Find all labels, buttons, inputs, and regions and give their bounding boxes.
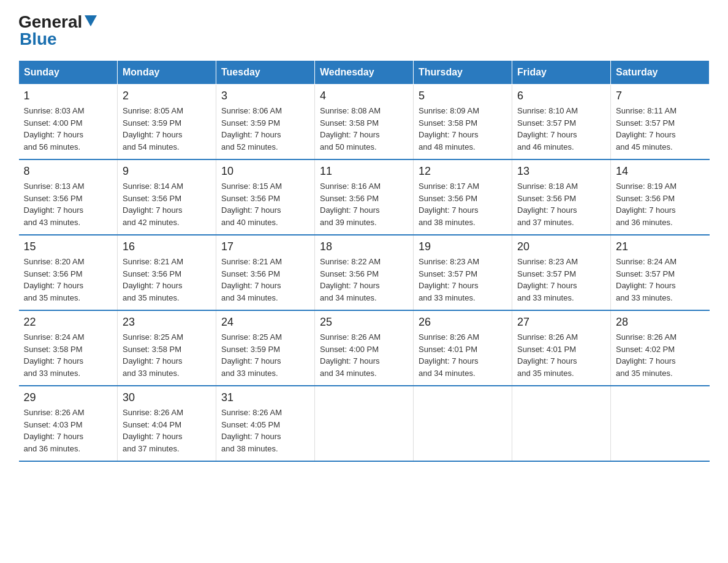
day-info: Sunrise: 8:17 AMSunset: 3:56 PMDaylight:… xyxy=(419,180,507,228)
calendar-cell: 22 Sunrise: 8:24 AMSunset: 3:58 PMDaylig… xyxy=(19,310,118,386)
day-info: Sunrise: 8:11 AMSunset: 3:57 PMDaylight:… xyxy=(616,105,705,153)
calendar-cell xyxy=(414,386,512,461)
day-info: Sunrise: 8:20 AMSunset: 3:56 PMDaylight:… xyxy=(24,256,113,304)
calendar-cell: 6 Sunrise: 8:10 AMSunset: 3:57 PMDayligh… xyxy=(512,85,611,160)
day-info: Sunrise: 8:08 AMSunset: 3:58 PMDaylight:… xyxy=(320,105,408,153)
day-info: Sunrise: 8:21 AMSunset: 3:56 PMDaylight:… xyxy=(221,256,309,304)
day-info: Sunrise: 8:15 AMSunset: 3:56 PMDaylight:… xyxy=(221,180,309,228)
calendar-cell: 15 Sunrise: 8:20 AMSunset: 3:56 PMDaylig… xyxy=(19,235,118,310)
day-info: Sunrise: 8:16 AMSunset: 3:56 PMDaylight:… xyxy=(320,180,408,228)
calendar-cell: 18 Sunrise: 8:22 AMSunset: 3:56 PMDaylig… xyxy=(315,235,414,310)
day-number: 15 xyxy=(24,240,113,253)
day-number: 26 xyxy=(419,316,507,329)
day-info: Sunrise: 8:26 AMSunset: 4:04 PMDaylight:… xyxy=(123,407,211,454)
calendar-week-row: 15 Sunrise: 8:20 AMSunset: 3:56 PMDaylig… xyxy=(19,235,710,310)
calendar-cell: 23 Sunrise: 8:25 AMSunset: 3:58 PMDaylig… xyxy=(118,310,216,386)
header-monday: Monday xyxy=(118,61,216,85)
calendar-cell: 31 Sunrise: 8:26 AMSunset: 4:05 PMDaylig… xyxy=(216,386,315,461)
day-info: Sunrise: 8:10 AMSunset: 3:57 PMDaylight:… xyxy=(517,105,605,153)
header-friday: Friday xyxy=(512,61,611,85)
day-info: Sunrise: 8:05 AMSunset: 3:59 PMDaylight:… xyxy=(123,105,211,153)
day-info: Sunrise: 8:19 AMSunset: 3:56 PMDaylight:… xyxy=(616,180,705,228)
day-number: 13 xyxy=(517,165,605,178)
calendar-cell: 24 Sunrise: 8:25 AMSunset: 3:59 PMDaylig… xyxy=(216,310,315,386)
day-number: 17 xyxy=(221,240,309,253)
calendar-cell xyxy=(611,386,710,461)
day-number: 24 xyxy=(221,316,309,329)
day-number: 28 xyxy=(616,316,705,329)
calendar-cell: 11 Sunrise: 8:16 AMSunset: 3:56 PMDaylig… xyxy=(315,159,414,235)
day-number: 3 xyxy=(221,90,309,102)
day-number: 25 xyxy=(320,316,408,329)
calendar-cell: 27 Sunrise: 8:26 AMSunset: 4:01 PMDaylig… xyxy=(512,310,611,386)
day-info: Sunrise: 8:03 AMSunset: 4:00 PMDaylight:… xyxy=(24,105,113,153)
day-number: 2 xyxy=(123,90,211,102)
calendar-cell xyxy=(315,386,414,461)
day-info: Sunrise: 8:13 AMSunset: 3:56 PMDaylight:… xyxy=(24,180,113,228)
calendar-cell: 30 Sunrise: 8:26 AMSunset: 4:04 PMDaylig… xyxy=(118,386,216,461)
header-tuesday: Tuesday xyxy=(216,61,315,85)
day-info: Sunrise: 8:24 AMSunset: 3:58 PMDaylight:… xyxy=(24,331,113,379)
header-sunday: Sunday xyxy=(19,61,118,85)
logo-arrow-icon xyxy=(85,15,97,26)
day-info: Sunrise: 8:26 AMSunset: 4:01 PMDaylight:… xyxy=(517,331,605,379)
day-number: 30 xyxy=(123,391,211,404)
day-number: 12 xyxy=(419,165,507,178)
calendar-cell: 5 Sunrise: 8:09 AMSunset: 3:58 PMDayligh… xyxy=(414,85,512,160)
day-info: Sunrise: 8:22 AMSunset: 3:56 PMDaylight:… xyxy=(320,256,408,304)
day-number: 27 xyxy=(517,316,605,329)
logo: General Blue xyxy=(18,12,97,49)
day-info: Sunrise: 8:26 AMSunset: 4:03 PMDaylight:… xyxy=(24,407,113,454)
calendar-cell: 10 Sunrise: 8:15 AMSunset: 3:56 PMDaylig… xyxy=(216,159,315,235)
day-info: Sunrise: 8:26 AMSunset: 4:02 PMDaylight:… xyxy=(616,331,705,379)
day-info: Sunrise: 8:23 AMSunset: 3:57 PMDaylight:… xyxy=(517,256,605,304)
header-saturday: Saturday xyxy=(611,61,710,85)
day-number: 14 xyxy=(616,165,705,178)
calendar-cell: 28 Sunrise: 8:26 AMSunset: 4:02 PMDaylig… xyxy=(611,310,710,386)
day-number: 16 xyxy=(123,240,211,253)
calendar-week-row: 1 Sunrise: 8:03 AMSunset: 4:00 PMDayligh… xyxy=(19,85,710,160)
day-number: 11 xyxy=(320,165,408,178)
day-number: 18 xyxy=(320,240,408,253)
calendar-week-row: 8 Sunrise: 8:13 AMSunset: 3:56 PMDayligh… xyxy=(19,159,710,235)
day-number: 22 xyxy=(24,316,113,329)
calendar-cell: 19 Sunrise: 8:23 AMSunset: 3:57 PMDaylig… xyxy=(414,235,512,310)
day-number: 6 xyxy=(517,90,605,102)
calendar-cell: 20 Sunrise: 8:23 AMSunset: 3:57 PMDaylig… xyxy=(512,235,611,310)
calendar-cell: 29 Sunrise: 8:26 AMSunset: 4:03 PMDaylig… xyxy=(19,386,118,461)
day-info: Sunrise: 8:09 AMSunset: 3:58 PMDaylight:… xyxy=(419,105,507,153)
day-info: Sunrise: 8:21 AMSunset: 3:56 PMDaylight:… xyxy=(123,256,211,304)
calendar-cell: 9 Sunrise: 8:14 AMSunset: 3:56 PMDayligh… xyxy=(118,159,216,235)
day-number: 31 xyxy=(221,391,309,404)
calendar-cell: 8 Sunrise: 8:13 AMSunset: 3:56 PMDayligh… xyxy=(19,159,118,235)
calendar-cell: 26 Sunrise: 8:26 AMSunset: 4:01 PMDaylig… xyxy=(414,310,512,386)
calendar-cell: 1 Sunrise: 8:03 AMSunset: 4:00 PMDayligh… xyxy=(19,85,118,160)
calendar-cell: 14 Sunrise: 8:19 AMSunset: 3:56 PMDaylig… xyxy=(611,159,710,235)
calendar-cell: 13 Sunrise: 8:18 AMSunset: 3:56 PMDaylig… xyxy=(512,159,611,235)
calendar-week-row: 22 Sunrise: 8:24 AMSunset: 3:58 PMDaylig… xyxy=(19,310,710,386)
day-info: Sunrise: 8:25 AMSunset: 3:59 PMDaylight:… xyxy=(221,331,309,379)
calendar-cell: 2 Sunrise: 8:05 AMSunset: 3:59 PMDayligh… xyxy=(118,85,216,160)
day-number: 9 xyxy=(123,165,211,178)
calendar-cell: 3 Sunrise: 8:06 AMSunset: 3:59 PMDayligh… xyxy=(216,85,315,160)
logo-blue: Blue xyxy=(18,29,57,49)
day-number: 7 xyxy=(616,90,705,102)
calendar-cell: 17 Sunrise: 8:21 AMSunset: 3:56 PMDaylig… xyxy=(216,235,315,310)
day-info: Sunrise: 8:18 AMSunset: 3:56 PMDaylight:… xyxy=(517,180,605,228)
header-wednesday: Wednesday xyxy=(315,61,414,85)
day-info: Sunrise: 8:06 AMSunset: 3:59 PMDaylight:… xyxy=(221,105,309,153)
day-info: Sunrise: 8:26 AMSunset: 4:00 PMDaylight:… xyxy=(320,331,408,379)
calendar-cell xyxy=(512,386,611,461)
day-number: 20 xyxy=(517,240,605,253)
day-number: 1 xyxy=(24,90,113,102)
svg-marker-0 xyxy=(85,15,97,26)
page-header: General Blue xyxy=(18,12,710,49)
day-number: 23 xyxy=(123,316,211,329)
day-number: 10 xyxy=(221,165,309,178)
day-number: 8 xyxy=(24,165,113,178)
day-info: Sunrise: 8:26 AMSunset: 4:01 PMDaylight:… xyxy=(419,331,507,379)
header-thursday: Thursday xyxy=(414,61,512,85)
calendar-table: SundayMondayTuesdayWednesdayThursdayFrid… xyxy=(18,60,710,462)
calendar-header-row: SundayMondayTuesdayWednesdayThursdayFrid… xyxy=(19,61,710,85)
calendar-cell: 25 Sunrise: 8:26 AMSunset: 4:00 PMDaylig… xyxy=(315,310,414,386)
